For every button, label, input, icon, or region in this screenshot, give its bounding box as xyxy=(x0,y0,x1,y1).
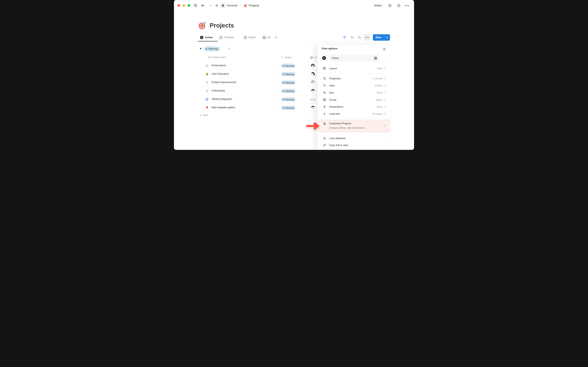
plus-icon: + xyxy=(199,113,201,117)
column-header-status[interactable]: Status xyxy=(281,56,292,59)
row-title-link[interactable]: GitHub integration xyxy=(212,98,232,101)
panel-row-filter[interactable]: Filter 3 filters xyxy=(317,82,390,89)
panel-divider xyxy=(317,73,390,73)
table-row[interactable]: GitHub integration Planning xyxy=(198,95,317,104)
view-icon-button[interactable]: ★ xyxy=(321,55,327,61)
annotation-arrow-icon xyxy=(305,120,321,132)
avatar-woman-side-hair[interactable] xyxy=(310,72,315,77)
group-status-pill[interactable]: Planning xyxy=(204,46,220,51)
close-icon xyxy=(383,48,385,50)
traffic-close-button[interactable] xyxy=(177,4,180,7)
panel-row-group[interactable]: Group Status xyxy=(317,96,390,103)
filter-icon[interactable] xyxy=(343,36,346,39)
row-title-link[interactable]: Performance xyxy=(212,64,226,67)
filter-lines-icon xyxy=(323,84,326,87)
group-count: 6 xyxy=(229,47,230,50)
tab-board-icon xyxy=(244,36,247,39)
avatar-person-bald[interactable] xyxy=(310,97,315,102)
favorite-star-icon[interactable] xyxy=(397,3,401,8)
page-title[interactable]: Projects xyxy=(210,22,234,29)
search-icon[interactable] xyxy=(358,36,361,39)
traffic-zoom-button[interactable] xyxy=(188,4,190,7)
view-star-badge-icon: ★ xyxy=(322,56,326,60)
forward-icon[interactable] xyxy=(208,4,212,7)
panel-row-properties[interactable]: Properties 5 shown xyxy=(317,75,390,82)
sidebar-menu-icon[interactable] xyxy=(194,4,197,7)
new-row-button[interactable]: + New xyxy=(198,111,317,119)
status-pill[interactable]: Planning xyxy=(281,106,295,110)
avatar-person-wavy[interactable] xyxy=(310,105,315,110)
avatar-person-bangs[interactable] xyxy=(310,80,315,85)
new-page-plus-icon[interactable] xyxy=(215,4,219,7)
people-icon xyxy=(310,56,313,59)
group-status-label: Planning xyxy=(208,48,218,50)
table-row[interactable]: New template gallery Planning xyxy=(198,104,317,112)
status-pill[interactable]: Planning xyxy=(281,89,295,93)
info-icon[interactable]: i xyxy=(374,57,377,60)
table-row[interactable]: Embed Improvements Planning xyxy=(198,78,317,87)
breadcrumb-page-emoji-target-icon xyxy=(244,4,247,7)
status-pill[interactable]: Planning xyxy=(281,72,295,76)
tab-all[interactable]: All xyxy=(267,36,270,39)
panel-row-lock-database[interactable]: Lock database xyxy=(317,135,390,142)
view-name-input[interactable]: Active i xyxy=(329,55,379,61)
history-clock-icon[interactable] xyxy=(388,4,392,8)
traffic-minimize-button[interactable] xyxy=(182,4,185,7)
new-row-label: New xyxy=(203,114,208,117)
column-header-name[interactable]: Aa Project name xyxy=(208,56,226,58)
share-button[interactable]: Share xyxy=(374,4,382,7)
panel-row-copy-link[interactable]: Copy link to view xyxy=(317,142,390,149)
sort-icon[interactable] xyxy=(350,36,354,39)
panel-row-layout[interactable]: Layout Table xyxy=(317,65,390,72)
add-view-plus-icon[interactable] xyxy=(274,36,278,39)
tab-active[interactable]: Active xyxy=(205,36,213,39)
active-tab-underline xyxy=(198,41,218,42)
group-collapse-caret[interactable] xyxy=(199,48,202,49)
tab-timeline-icon xyxy=(219,36,223,39)
panel-row-automations[interactable]: Automations None xyxy=(317,103,390,110)
arrow-down-icon xyxy=(323,112,326,115)
new-dropdown-chevron-icon[interactable] xyxy=(384,36,390,39)
panel-row-sort[interactable]: Sort None xyxy=(317,89,390,96)
avatar-woman-glasses[interactable] xyxy=(310,63,315,68)
lock-icon xyxy=(323,137,326,140)
emoji-balloon-icon xyxy=(205,106,209,109)
home-button[interactable] xyxy=(220,3,226,8)
table-row[interactable]: User Education Planning xyxy=(198,70,317,78)
page-emoji-target-icon[interactable] xyxy=(199,21,207,29)
new-button[interactable]: New xyxy=(373,34,390,41)
view-options-panel: View options ★ Active i Layout Table xyxy=(317,45,390,150)
avatar-person-curly[interactable] xyxy=(310,89,315,93)
table-row[interactable]: Onboarding Planning xyxy=(198,87,317,95)
row-title-link[interactable]: Embed Improvements xyxy=(212,81,236,84)
chevron-right-icon xyxy=(384,77,386,80)
more-options-icon[interactable] xyxy=(405,5,409,6)
tab-all-table-icon xyxy=(262,36,266,39)
emoji-parachute-icon xyxy=(205,81,209,84)
breadcrumb-separator: / xyxy=(240,4,241,7)
chevron-right-icon xyxy=(384,112,386,115)
status-dot xyxy=(206,48,207,50)
row-title-link[interactable]: Onboarding xyxy=(212,89,225,92)
view-more-button[interactable] xyxy=(363,34,371,41)
close-panel-button[interactable] xyxy=(382,47,386,51)
tab-timeline[interactable]: Timeline xyxy=(224,36,234,39)
status-pill[interactable]: Planning xyxy=(281,80,295,85)
row-title-link[interactable]: New template gallery xyxy=(212,106,235,109)
home-icon xyxy=(221,4,225,7)
emoji-green-apple-icon xyxy=(205,73,209,76)
table-body: Performance Planning User Education Plan… xyxy=(198,62,317,112)
panel-row-load-limit[interactable]: Load limit 25 pages xyxy=(317,110,390,117)
breadcrumb-section[interactable]: General xyxy=(227,4,237,7)
sort-arrows-icon xyxy=(323,91,326,94)
tab-board[interactable]: Board xyxy=(249,36,255,39)
row-title-link[interactable]: User Education xyxy=(212,72,229,75)
column-header-owner[interactable]: Owner xyxy=(310,56,317,59)
customize-projects-row[interactable]: ⚙ Customize Projects Change settings, ad… xyxy=(319,120,390,132)
status-pill[interactable]: Planning xyxy=(281,97,295,101)
back-icon[interactable] xyxy=(201,4,205,7)
group-grid-icon xyxy=(323,98,326,101)
status-pill[interactable]: Planning xyxy=(281,64,295,68)
table-row[interactable]: Performance Planning xyxy=(198,62,317,70)
breadcrumb-page[interactable]: Projects xyxy=(249,4,259,7)
